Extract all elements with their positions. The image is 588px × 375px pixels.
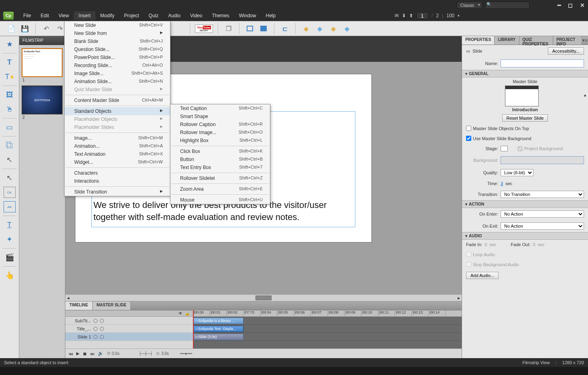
highlight-tool-icon[interactable]: ▭ xyxy=(4,122,16,133)
menu-item-widget-[interactable]: Widget...Shift+Ctrl+W xyxy=(65,158,170,166)
current-page-input[interactable] xyxy=(416,12,428,19)
menu-item-powerpoint-slide-[interactable]: PowerPoint Slide...Shift+Ctrl+P xyxy=(65,53,170,61)
menu-item-button[interactable]: ButtonShift+Ctrl+B xyxy=(170,155,270,163)
save-icon[interactable]: 💾 xyxy=(19,23,30,34)
menu-video[interactable]: Video xyxy=(185,11,207,20)
interaction-tool-icon[interactable]: 🖱 xyxy=(4,104,16,115)
master-dropdown-icon[interactable]: ▾ xyxy=(584,93,586,98)
lock-icon[interactable]: 🔒 xyxy=(185,311,190,316)
menu-item-highlight-box[interactable]: Highlight BoxShift+Ctrl+L xyxy=(170,137,270,145)
text-anim-tool-icon[interactable]: T xyxy=(4,219,16,230)
menu-item-new-slide[interactable]: New SlideShift+Ctrl+V xyxy=(65,21,170,29)
slide-thumb-2[interactable]: SOFTPEDIA xyxy=(22,86,63,114)
obj1-icon[interactable]: ◆ xyxy=(300,23,312,34)
clip-title[interactable]: ☆ Softpedia Test :Displa... xyxy=(193,326,243,332)
tab-project-info[interactable]: PROJECT INFO xyxy=(553,36,582,45)
menu-window[interactable]: Window xyxy=(234,11,261,20)
group-tool-icon[interactable]: ⿻ xyxy=(4,140,16,151)
text-caption-tool-icon[interactable]: T xyxy=(4,57,16,68)
menu-item-new-slide-from[interactable]: New Slide from▶ xyxy=(65,29,170,37)
panel-menu-icon[interactable]: ▾≡ xyxy=(582,36,588,45)
menu-themes[interactable]: Themes xyxy=(207,11,234,20)
quality-select[interactable]: Low (8-bit) xyxy=(501,169,533,176)
obj4-icon[interactable]: ◆ xyxy=(341,23,353,34)
tab-library[interactable]: LIBRARY xyxy=(495,36,519,45)
rewind-icon[interactable]: ⏮ xyxy=(69,351,73,356)
tab-properties[interactable]: PROPERTIES xyxy=(462,36,495,45)
download-icon[interactable]: ⬇ xyxy=(402,13,406,18)
tab-timeline[interactable]: TIMELINE xyxy=(65,302,93,310)
menu-item-image-[interactable]: Image...Shift+Ctrl+M xyxy=(65,134,170,142)
minimize-icon[interactable]: ━ xyxy=(558,2,561,8)
menu-item-interactions[interactable]: Interactions xyxy=(65,177,170,185)
timeline-ruler[interactable]: |00:00|00:01|00:02|00:03|00:04|00:05|00:… xyxy=(193,310,462,317)
favorites-icon[interactable]: ★ xyxy=(4,39,16,50)
menu-modify[interactable]: Modify xyxy=(95,11,119,20)
clip-slide[interactable]: ▭ Slide (3.0s) xyxy=(193,334,243,340)
video-tool-icon[interactable]: 🎬 xyxy=(4,252,16,263)
menu-insert[interactable]: Insert xyxy=(74,11,95,20)
slide-thumb-1[interactable]: Softpedia Test ― ― ― ― ― ―― ― ― ― ―― ― ―… xyxy=(22,48,63,77)
forward-icon[interactable]: ⏭ xyxy=(90,351,95,356)
mail-icon[interactable]: ✉ xyxy=(395,13,399,18)
text-entry-tool-icon[interactable]: AB xyxy=(4,201,16,212)
stop-icon[interactable]: ⏹ xyxy=(83,351,87,356)
zoom-dropdown-icon[interactable]: ▾ xyxy=(458,14,460,18)
menu-item-rollover-caption[interactable]: Rollover CaptionShift+Ctrl+R xyxy=(170,120,270,128)
section-general[interactable]: ▾ GENERAL xyxy=(462,70,588,77)
playhead[interactable] xyxy=(193,310,194,349)
search-input[interactable] xyxy=(485,2,529,9)
layer-row-title[interactable]: Title_... xyxy=(65,325,193,333)
play-icon[interactable]: ▶ xyxy=(76,351,79,356)
eye-icon[interactable]: 👁 xyxy=(178,311,182,316)
on-enter-select[interactable]: No Action xyxy=(501,210,584,218)
menu-item-text-caption[interactable]: Text CaptionShift+Ctrl+C xyxy=(170,104,270,112)
menu-item-smart-shape[interactable]: Smart Shape xyxy=(170,112,270,120)
menu-file[interactable]: File xyxy=(18,11,36,20)
menu-item-animation-slide-[interactable]: Animation Slide...Shift+Ctrl+N xyxy=(65,77,170,86)
menu-item-slide-transition[interactable]: Slide Transition▶ xyxy=(65,188,170,196)
cursor-tool-icon[interactable]: ↖ xyxy=(4,172,16,183)
stage-color-swatch[interactable] xyxy=(501,146,508,151)
layer-row-slide[interactable]: Slide 1 xyxy=(65,333,193,341)
menu-quiz[interactable]: Quiz xyxy=(144,11,164,20)
windows-icon[interactable]: ❐ xyxy=(223,23,234,34)
menu-item-characters[interactable]: Characters xyxy=(65,169,170,177)
reset-master-button[interactable]: Reset Master Slide xyxy=(502,114,548,122)
section-action[interactable]: ▾ ACTION xyxy=(462,200,588,208)
menu-item-blank-slide[interactable]: Blank SlideShift+Ctrl+J xyxy=(65,37,170,45)
menu-item-rollover-slidelet[interactable]: Rollover SlideletShift+Ctrl+Z xyxy=(170,174,270,182)
redo-icon[interactable]: ↷ xyxy=(54,23,65,34)
tab-master-slide[interactable]: MASTER SLIDE xyxy=(93,302,131,310)
obj2-icon[interactable]: ◆ xyxy=(314,23,325,34)
menu-item-text-animation[interactable]: Text AnimationShift+Ctrl+X xyxy=(65,150,170,158)
snap-icon[interactable]: ⊏ xyxy=(279,23,290,34)
grid-icon[interactable] xyxy=(244,23,255,34)
audio-icon[interactable]: 🔊 xyxy=(98,351,103,356)
maximize-icon[interactable]: ◻ xyxy=(568,2,573,8)
zoom-slider[interactable]: ━━●━━ xyxy=(180,351,192,356)
on-exit-select[interactable]: No Action xyxy=(501,222,584,230)
menu-item-recording-slide-[interactable]: Recording Slide...Ctrl+Alt+O xyxy=(65,61,170,69)
add-audio-button[interactable]: Add Audio... xyxy=(466,272,499,279)
layer-row-subtitle[interactable]: SubTit... xyxy=(65,317,193,325)
tab-quiz-properties[interactable]: QUIZ PROPERTIES xyxy=(519,36,554,45)
obj3-icon[interactable]: ◆ xyxy=(328,23,339,34)
on-top-checkbox[interactable] xyxy=(466,126,471,131)
menu-item-standard-objects[interactable]: Standard Objects▶ xyxy=(65,107,170,115)
click-tool-icon[interactable]: 👆 xyxy=(4,270,16,281)
menu-item-text-entry-box[interactable]: Text Entry BoxShift+Ctrl+T xyxy=(170,163,270,171)
horizontal-scrollbar[interactable]: ◂▸ xyxy=(65,295,462,301)
workspace-selector[interactable]: Classic xyxy=(457,2,482,9)
preview-icon[interactable] xyxy=(258,23,269,34)
youtube-badge[interactable]: YouTubeREADY xyxy=(195,24,213,33)
menu-item-question-slide-[interactable]: Question Slide...Shift+Ctrl+Q xyxy=(65,45,170,53)
widget-tool-icon[interactable]: ✦ xyxy=(4,234,16,245)
slide-name-input[interactable] xyxy=(501,59,584,67)
menu-item-click-box[interactable]: Click BoxShift+Ctrl+K xyxy=(170,147,270,155)
menu-item-zoom-area[interactable]: Zoom AreaShift+Ctrl+E xyxy=(170,185,270,193)
menu-item-image-slide-[interactable]: Image Slide...Shift+Ctrl+Alt+S xyxy=(65,69,170,77)
time-value[interactable]: 3 xyxy=(501,181,503,186)
arrow-tool-icon[interactable]: ↖ xyxy=(4,154,16,165)
menu-item-mouse[interactable]: MouseShift+Ctrl+U xyxy=(170,196,270,204)
